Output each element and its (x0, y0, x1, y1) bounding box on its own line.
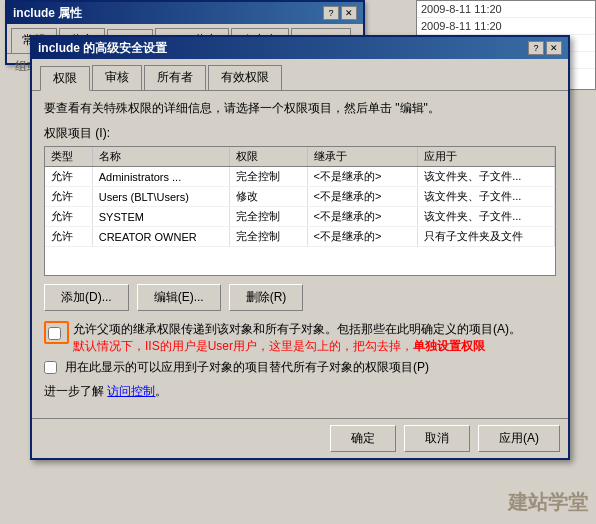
inner-tab-audit[interactable]: 审核 (92, 65, 142, 90)
cell-inherit: <不是继承的> (307, 187, 418, 207)
adv-dialog-title: include 的高级安全设置 (38, 40, 167, 57)
table-header-row: 类型 名称 权限 继承于 应用于 (45, 147, 555, 167)
adv-titlebar: include 的高级安全设置 ? ✕ (32, 37, 568, 59)
inner-tab-permissions[interactable]: 权限 (40, 66, 90, 91)
file-list-row: 2009-8-11 11:20 (417, 18, 595, 35)
advanced-security-dialog: include 的高级安全设置 ? ✕ 权限 审核 所有者 有效权限 要查看有关… (30, 35, 570, 460)
section-label: 权限项目 (I): (44, 125, 556, 142)
cell-type: 允许 (45, 207, 92, 227)
checkbox-row-1: 允许父项的继承权限传递到该对象和所有子对象。包括那些在此明确定义的项目(A)。 … (44, 321, 556, 355)
cell-inherit: <不是继承的> (307, 227, 418, 247)
adv-close-button[interactable]: ✕ (546, 41, 562, 55)
col-applyto: 应用于 (418, 147, 555, 167)
titlebar-buttons: ? ✕ (323, 6, 357, 20)
cell-perm: 完全控制 (229, 167, 307, 187)
cell-name: CREATOR OWNER (92, 227, 229, 247)
cancel-button[interactable]: 取消 (404, 425, 470, 452)
checkbox-row-2: 用在此显示的可以应用到子对象的项目替代所有子对象的权限项目(P) (44, 359, 556, 376)
cell-type: 允许 (45, 227, 92, 247)
cell-perm: 修改 (229, 187, 307, 207)
checkbox1-note: 默认情况下，IIS的用户是User用户，这里是勾上的，把勾去掉，单独设置权限 (73, 339, 485, 353)
bottom-buttons: 确定 取消 应用(A) (32, 418, 568, 458)
edit-button[interactable]: 编辑(E)... (137, 284, 221, 311)
access-control-link[interactable]: 访问控制 (107, 384, 155, 398)
cell-type: 允许 (45, 167, 92, 187)
delete-button[interactable]: 删除(R) (229, 284, 304, 311)
adv-description: 要查看有关特殊权限的详细信息，请选择一个权限项目，然后单击 "编辑"。 (44, 99, 556, 117)
col-inherit: 继承于 (307, 147, 418, 167)
checkbox-highlight (44, 321, 69, 344)
background-window: 2009-8-11 11:20 2009-8-11 11:20 2009-8-1… (0, 0, 596, 524)
cell-inherit: <不是继承的> (307, 167, 418, 187)
cell-name: SYSTEM (92, 207, 229, 227)
prop-window-title: include 属性 (13, 5, 82, 22)
adv-titlebar-buttons: ? ✕ (528, 41, 562, 55)
close-button[interactable]: ✕ (341, 6, 357, 20)
action-buttons: 添加(D)... 编辑(E)... 删除(R) (44, 284, 556, 311)
col-perm: 权限 (229, 147, 307, 167)
col-type: 类型 (45, 147, 92, 167)
cell-perm: 完全控制 (229, 207, 307, 227)
table-row[interactable]: 允许 Users (BLT\Users) 修改 <不是继承的> 该文件夹、子文件… (45, 187, 555, 207)
help-button[interactable]: ? (323, 6, 339, 20)
adv-help-button[interactable]: ? (528, 41, 544, 55)
table-row[interactable]: 允许 SYSTEM 完全控制 <不是继承的> 该文件夹、子文件... (45, 207, 555, 227)
cell-applyto: 该文件夹、子文件... (418, 207, 555, 227)
cell-applyto: 只有子文件夹及文件 (418, 227, 555, 247)
cell-name: Administrators ... (92, 167, 229, 187)
cell-inherit: <不是继承的> (307, 207, 418, 227)
add-button[interactable]: 添加(D)... (44, 284, 129, 311)
permission-table: 类型 名称 权限 继承于 应用于 允许 Administrators ... 完… (45, 147, 555, 247)
prop-titlebar: include 属性 ? ✕ (7, 2, 363, 24)
inner-tab-owner[interactable]: 所有者 (144, 65, 206, 90)
ok-button[interactable]: 确定 (330, 425, 396, 452)
checkbox1-label: 允许父项的继承权限传递到该对象和所有子对象。包括那些在此明确定义的项目(A)。 (73, 322, 521, 336)
inner-tabs-bar: 权限 审核 所有者 有效权限 (32, 59, 568, 91)
permission-table-container[interactable]: 类型 名称 权限 继承于 应用于 允许 Administrators ... 完… (44, 146, 556, 276)
checkbox-area: 允许父项的继承权限传递到该对象和所有子对象。包括那些在此明确定义的项目(A)。 … (44, 321, 556, 375)
inherit-checkbox[interactable] (48, 327, 61, 340)
checkbox1-text: 允许父项的继承权限传递到该对象和所有子对象。包括那些在此明确定义的项目(A)。 … (73, 321, 521, 355)
apply-button[interactable]: 应用(A) (478, 425, 560, 452)
cell-perm: 完全控制 (229, 227, 307, 247)
checkbox2-label: 用在此显示的可以应用到子对象的项目替代所有子对象的权限项目(P) (65, 359, 429, 376)
cell-applyto: 该文件夹、子文件... (418, 187, 555, 207)
col-name: 名称 (92, 147, 229, 167)
table-row[interactable]: 允许 Administrators ... 完全控制 <不是继承的> 该文件夹、… (45, 167, 555, 187)
cell-applyto: 该文件夹、子文件... (418, 167, 555, 187)
cell-name: Users (BLT\Users) (92, 187, 229, 207)
bottom-link-area: 进一步了解 访问控制。 (44, 383, 556, 400)
adv-body: 要查看有关特殊权限的详细信息，请选择一个权限项目，然后单击 "编辑"。 权限项目… (32, 91, 568, 418)
file-list-row: 2009-8-11 11:20 (417, 1, 595, 18)
replace-checkbox[interactable] (44, 361, 57, 374)
watermark: 建站学堂 (508, 489, 588, 516)
highlight-text: 单独设置权限 (413, 339, 485, 353)
inner-tab-effective[interactable]: 有效权限 (208, 65, 282, 90)
table-row[interactable]: 允许 CREATOR OWNER 完全控制 <不是继承的> 只有子文件夹及文件 (45, 227, 555, 247)
cell-type: 允许 (45, 187, 92, 207)
